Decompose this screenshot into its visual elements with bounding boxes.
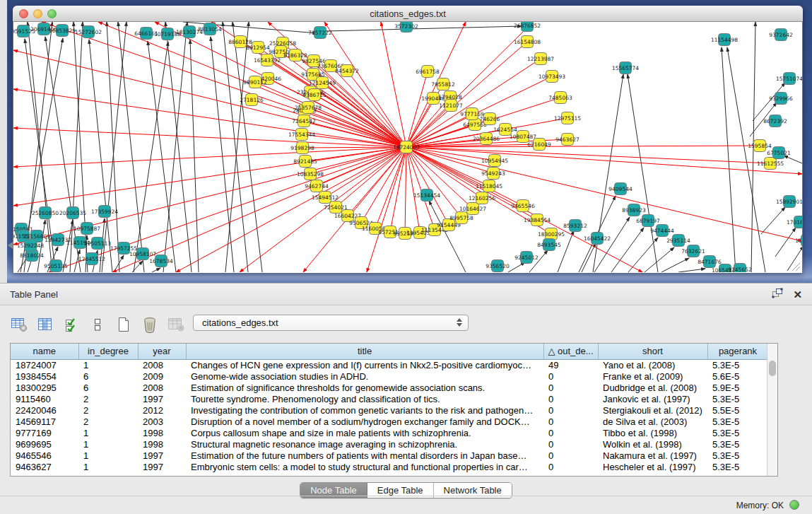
graph-edge[interactable] xyxy=(405,147,406,233)
graph-edge[interactable] xyxy=(406,105,451,147)
graph-edge[interactable] xyxy=(303,147,406,272)
table-row[interactable]: 1872400712008Changes of HCN gene express… xyxy=(11,359,768,370)
resize-grip-icon[interactable] xyxy=(789,260,801,271)
graph-edge[interactable] xyxy=(645,247,674,272)
table-row[interactable]: 1830029562008Estimation of significance … xyxy=(11,382,768,393)
table-row[interactable]: 2242004622012Investigating the contribut… xyxy=(11,404,768,416)
row-height-icon[interactable] xyxy=(88,315,107,334)
graph-node-label: 3572302 xyxy=(394,23,418,30)
graph-node-label: 6497568 xyxy=(463,122,487,128)
select-rows-icon[interactable] xyxy=(62,315,81,334)
graph-edge[interactable] xyxy=(305,110,406,147)
graph-edge[interactable] xyxy=(163,22,187,272)
collapse-splitter-arrow-icon[interactable] xyxy=(8,242,13,249)
graph-node-label: 8454372 xyxy=(335,68,359,74)
graph-node-label: 9890112 xyxy=(243,79,267,86)
close-panel-icon[interactable]: ✕ xyxy=(793,288,802,301)
graph-edge[interactable] xyxy=(165,22,192,272)
graph-edge[interactable] xyxy=(722,47,736,272)
graph-edge[interactable] xyxy=(406,147,802,241)
new-table-icon[interactable] xyxy=(114,315,133,334)
table-row[interactable]: 946362711997Embryonic stem cells: a mode… xyxy=(11,461,768,472)
graph-node-label: 8493545 xyxy=(537,242,561,248)
table-row[interactable]: 1938455462009Genome-wide association stu… xyxy=(11,370,768,382)
column-header[interactable]: year xyxy=(138,344,186,359)
table-row[interactable]: 911546021997Tourette syndrome. Phenomeno… xyxy=(11,393,768,404)
graph-node-label: 7632621 xyxy=(681,248,705,255)
network-canvas-svg[interactable]: 8860128891295425226058982750816543392818… xyxy=(13,22,802,272)
graph-node-label: 6216049 xyxy=(527,141,551,148)
graph-node-label: 9505135 xyxy=(44,263,68,269)
graph-edge[interactable] xyxy=(406,147,482,198)
graph-node-label: 6961758 xyxy=(416,69,440,75)
table-row[interactable]: 1456911722003Disruption of a novel membe… xyxy=(11,416,768,427)
table-cell: Estimation of the future numbers of pati… xyxy=(186,450,543,461)
graph-edge[interactable] xyxy=(118,22,144,272)
float-panel-icon[interactable] xyxy=(772,288,783,301)
graph-edge[interactable] xyxy=(678,269,705,272)
graph-edge[interactable] xyxy=(361,147,406,223)
import-table-icon-disabled[interactable] xyxy=(167,315,185,334)
graph-edge[interactable] xyxy=(240,147,406,272)
graph-edge[interactable] xyxy=(132,261,143,272)
graph-edge[interactable] xyxy=(252,100,406,147)
table-vertical-scrollbar[interactable] xyxy=(767,344,777,476)
status-bar: Memory: OK xyxy=(0,496,812,514)
column-header[interactable]: in_degree xyxy=(78,344,138,359)
graph-edge[interactable] xyxy=(317,147,406,186)
graph-edge[interactable] xyxy=(176,147,406,272)
graph-edge[interactable] xyxy=(775,228,796,257)
table-panel: Table Panel ✕ xyxy=(0,283,812,514)
graph-edge[interactable] xyxy=(761,207,785,234)
column-header[interactable]: △ out_de... xyxy=(543,344,598,359)
table-mode-icon[interactable] xyxy=(10,315,28,334)
graph-edge[interactable] xyxy=(102,22,126,272)
graph-edge[interactable] xyxy=(390,147,406,232)
graph-node-label: 11612555 xyxy=(757,160,784,167)
graph-edge[interactable] xyxy=(375,147,406,228)
graph-node-label: 12845512 xyxy=(78,256,105,262)
column-header[interactable]: title xyxy=(186,344,543,359)
delete-rows-trash-icon[interactable] xyxy=(141,315,159,334)
graph-edge[interactable] xyxy=(406,147,473,209)
graph-edge[interactable] xyxy=(367,147,406,272)
table-cell: 0 xyxy=(543,416,598,427)
graph-edge[interactable] xyxy=(314,61,406,147)
graph-edge[interactable] xyxy=(13,128,406,147)
graph-edge[interactable] xyxy=(13,147,406,245)
column-header[interactable]: short xyxy=(598,344,707,359)
graph-edge[interactable] xyxy=(611,228,644,272)
graph-edge[interactable] xyxy=(152,268,160,272)
graph-edge[interactable] xyxy=(148,41,176,272)
graph-edge[interactable] xyxy=(325,147,406,197)
graph-edge[interactable] xyxy=(322,83,406,147)
table-selector-dropdown[interactable]: citations_edges.txt xyxy=(193,315,469,331)
graph-node-label: 20206535 xyxy=(59,210,86,216)
graph-edge[interactable] xyxy=(406,147,489,186)
network-canvas[interactable]: 8860128891295425226058982750816543392818… xyxy=(13,22,803,273)
graph-edge[interactable] xyxy=(305,147,406,161)
graph-edge[interactable] xyxy=(326,26,522,31)
graph-edge[interactable] xyxy=(381,22,406,147)
graph-edge[interactable] xyxy=(223,22,248,272)
table-row[interactable]: 969969511998Structural magnetic resonanc… xyxy=(11,438,768,450)
graph-edge[interactable] xyxy=(508,262,525,272)
table-row[interactable]: 977716911998Corpus callosum shape and si… xyxy=(11,427,768,438)
graph-edge[interactable] xyxy=(134,42,168,272)
column-header[interactable]: name xyxy=(11,344,78,359)
table-cell: 9777169 xyxy=(11,427,78,438)
scrollbar-thumb[interactable] xyxy=(769,361,776,376)
graph-edge[interactable] xyxy=(406,147,461,218)
table-row[interactable]: 946554611997Estimation of the future num… xyxy=(11,450,768,461)
graph-edge[interactable] xyxy=(784,156,802,163)
graph-edge[interactable] xyxy=(406,147,802,174)
graph-edge[interactable] xyxy=(42,22,406,147)
graph-edge[interactable] xyxy=(255,82,406,147)
graph-node-label: 8672392 xyxy=(763,118,787,124)
show-columns-icon[interactable] xyxy=(36,315,54,334)
network-window-titlebar[interactable]: citations_edges.txt xyxy=(13,6,803,22)
graph-edge[interactable] xyxy=(314,95,406,147)
memory-status-indicator[interactable] xyxy=(789,500,799,510)
graph-edge[interactable] xyxy=(661,258,689,272)
column-header[interactable]: pagerank xyxy=(707,344,768,359)
